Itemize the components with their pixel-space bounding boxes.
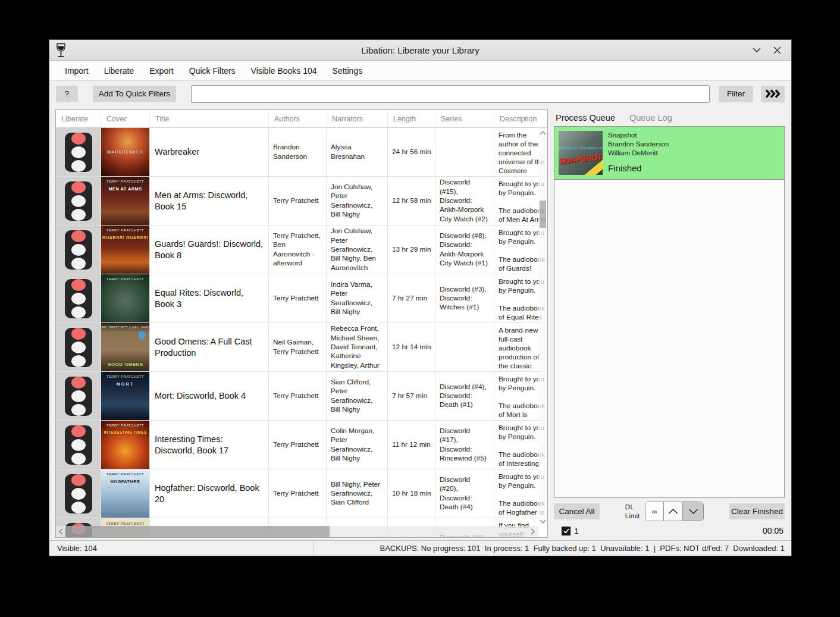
filter-toolbar: ? Add To Quick Filters Filter xyxy=(49,81,791,107)
table-row[interactable]: TERRY PRATCHETT Equal Rites: Discworld, … xyxy=(56,274,547,323)
col-header-length[interactable]: Length xyxy=(388,110,435,127)
authors-cell: Terry Pratchett xyxy=(269,421,327,469)
series-cell: Discworld (#17), Discworld: Rincewind (#… xyxy=(435,421,494,469)
book-cover-art: WARBREAKER xyxy=(101,128,149,176)
queue-item-narrator: William DeMeritt xyxy=(608,149,780,158)
queue-item-finished[interactable]: BRANDON SANDERSONSNAPSHOT Snapshot Brand… xyxy=(554,127,784,180)
authors-cell: Terry Pratchett xyxy=(269,372,327,420)
table-row[interactable]: TERRY PRATCHETT & NEIL GAIMANGOOD OMENS … xyxy=(56,323,547,372)
visible-count: Visible: 104 xyxy=(49,541,314,556)
authors-cell: Terry Pratchett, Ben Aaronovitch - after… xyxy=(269,225,327,274)
menu-visible-books[interactable]: Visible Books 104 xyxy=(243,61,325,80)
scroll-right-icon[interactable] xyxy=(531,526,535,537)
book-cover-art: TERRY PRATCHETTHOGFATHER xyxy=(101,469,149,518)
menu-quick-filters[interactable]: Quick Filters xyxy=(181,61,243,80)
dl-limit-increase-icon[interactable] xyxy=(663,502,682,521)
scroll-left-icon[interactable] xyxy=(59,526,63,537)
clear-finished-button[interactable]: Clear Finished xyxy=(729,503,785,519)
title-cell: Men at Arms: Discworld, Book 15 xyxy=(150,177,269,225)
liberate-traffic-light-icon[interactable] xyxy=(65,474,92,513)
table-row[interactable]: TERRY PRATCHETTGUARDS! GUARDS! Guards! G… xyxy=(56,225,547,274)
table-row[interactable]: TERRY PRATCHETTMEN AT ARMS Men at Arms: … xyxy=(56,177,547,225)
book-cover-art: TERRY PRATCHETT & NEIL GAIMANGOOD OMENS xyxy=(101,323,149,371)
help-button[interactable]: ? xyxy=(56,86,78,102)
narrators-cell: Jon Culshaw, Peter Serafinowicz, Bill Ni… xyxy=(327,225,388,274)
add-to-quick-filters-button[interactable]: Add To Quick Filters xyxy=(93,86,176,102)
dl-limit-label: DL Limit xyxy=(625,503,640,520)
app-window: Libation: Liberate your Library Import L… xyxy=(49,39,792,556)
col-header-title[interactable]: Title xyxy=(150,110,269,127)
minimize-chevron-icon[interactable] xyxy=(751,44,763,56)
liberate-traffic-light-icon[interactable] xyxy=(65,230,92,270)
length-cell: 12 hr 58 min xyxy=(388,177,435,225)
liberate-cell[interactable] xyxy=(56,128,101,176)
authors-cell: Neil Gaiman, Terry Pratchett xyxy=(269,323,327,371)
col-header-liberate[interactable]: Liberate xyxy=(56,110,101,127)
menu-liberate[interactable]: Liberate xyxy=(96,61,142,80)
queue-list: BRANDON SANDERSONSNAPSHOT Snapshot Brand… xyxy=(554,126,785,498)
liberate-traffic-light-icon[interactable] xyxy=(65,181,92,221)
library-table: Liberate Cover Title Authors Narrators L… xyxy=(55,109,548,538)
length-cell: 7 hr 57 min xyxy=(388,372,435,420)
liberate-cell[interactable] xyxy=(56,421,101,469)
liberate-cell[interactable] xyxy=(56,323,101,371)
vertical-scrollbar-thumb[interactable] xyxy=(540,201,546,228)
liberate-traffic-light-icon[interactable] xyxy=(65,133,92,172)
liberate-cell[interactable] xyxy=(56,177,101,225)
length-cell: 11 hr 12 min xyxy=(388,421,435,469)
liberate-traffic-light-icon[interactable] xyxy=(65,377,92,416)
menu-bar: Import Liberate Export Quick Filters Vis… xyxy=(49,61,791,81)
title-cell: Good Omens: A Full Cast Production xyxy=(150,323,269,371)
liberate-traffic-light-icon[interactable] xyxy=(65,279,92,318)
title-cell: Guards! Guards!: Discworld, Book 8 xyxy=(150,225,269,274)
col-header-narrators[interactable]: Narrators xyxy=(327,110,388,127)
main-content: Liberate Cover Title Authors Narrators L… xyxy=(49,107,791,540)
tab-process-queue[interactable]: Process Queue xyxy=(556,113,615,123)
horizontal-scrollbar-thumb[interactable] xyxy=(66,526,330,537)
col-header-series[interactable]: Series xyxy=(435,110,494,127)
menu-export[interactable]: Export xyxy=(142,61,181,80)
authors-cell: Terry Pratchett xyxy=(269,177,327,225)
table-body: WARBREAKER Warbreaker Brandon Sanderson … xyxy=(56,128,547,538)
series-cell: Discworld (#15), Discworld: Ankh-Morpork… xyxy=(435,177,494,225)
liberate-cell[interactable] xyxy=(56,274,101,322)
horizontal-scrollbar[interactable] xyxy=(56,526,538,537)
queue-timer: 00:05 xyxy=(763,526,783,535)
table-row[interactable]: WARBREAKER Warbreaker Brandon Sanderson … xyxy=(56,128,547,177)
col-header-description[interactable]: Description xyxy=(494,110,547,127)
queue-item-meta: Snapshot Brandon Sanderson William DeMer… xyxy=(608,131,780,175)
liberate-cell[interactable] xyxy=(56,372,101,420)
authors-cell: Terry Pratchett xyxy=(269,469,327,518)
liberate-cell[interactable] xyxy=(56,225,101,274)
menu-import[interactable]: Import xyxy=(57,61,96,80)
col-header-cover[interactable]: Cover xyxy=(101,110,150,127)
cover-cell: TERRY PRATCHETTGUARDS! GUARDS! xyxy=(101,225,150,274)
menu-settings[interactable]: Settings xyxy=(325,61,371,80)
cover-cell: TERRY PRATCHETT xyxy=(101,274,150,322)
scroll-down-icon[interactable] xyxy=(538,519,547,524)
tab-queue-log[interactable]: Queue Log xyxy=(629,113,672,123)
table-row[interactable]: TERRY PRATCHETTINTERESTING TIMES Interes… xyxy=(56,421,547,469)
liberate-cell[interactable] xyxy=(56,469,101,518)
expand-chevrons-icon[interactable] xyxy=(761,86,785,102)
narrators-cell: Sian Clifford, Peter Serafinowicz, Bill … xyxy=(327,372,388,420)
title-cell: Warbreaker xyxy=(150,128,269,176)
narrators-cell: Indira Varma, Peter Serafinowicz, Bill N… xyxy=(327,274,388,322)
dl-limit-spinner: ∞ xyxy=(645,502,704,521)
table-row[interactable]: TERRY PRATCHETTMORT Mort: Discworld, Boo… xyxy=(56,372,547,421)
col-header-authors[interactable]: Authors xyxy=(269,110,327,127)
book-cover-art: TERRY PRATCHETTMORT xyxy=(101,372,149,420)
vertical-scrollbar[interactable] xyxy=(538,128,547,526)
table-row[interactable]: TERRY PRATCHETTHOGFATHER Hogfather: Disc… xyxy=(56,469,547,518)
dl-limit-decrease-icon[interactable] xyxy=(682,502,703,521)
title-cell: Equal Rites: Discworld, Book 3 xyxy=(150,274,269,322)
liberate-traffic-light-icon[interactable] xyxy=(65,328,92,367)
filter-button[interactable]: Filter xyxy=(719,86,753,102)
search-input[interactable] xyxy=(191,85,710,103)
close-icon[interactable] xyxy=(771,44,783,56)
cancel-all-button[interactable]: Cancel All xyxy=(554,503,600,519)
liberate-traffic-light-icon[interactable] xyxy=(65,425,92,465)
dl-limit-value[interactable]: ∞ xyxy=(645,502,663,521)
scroll-up-icon[interactable] xyxy=(538,131,547,135)
queue-count-checkbox[interactable] xyxy=(562,527,571,535)
